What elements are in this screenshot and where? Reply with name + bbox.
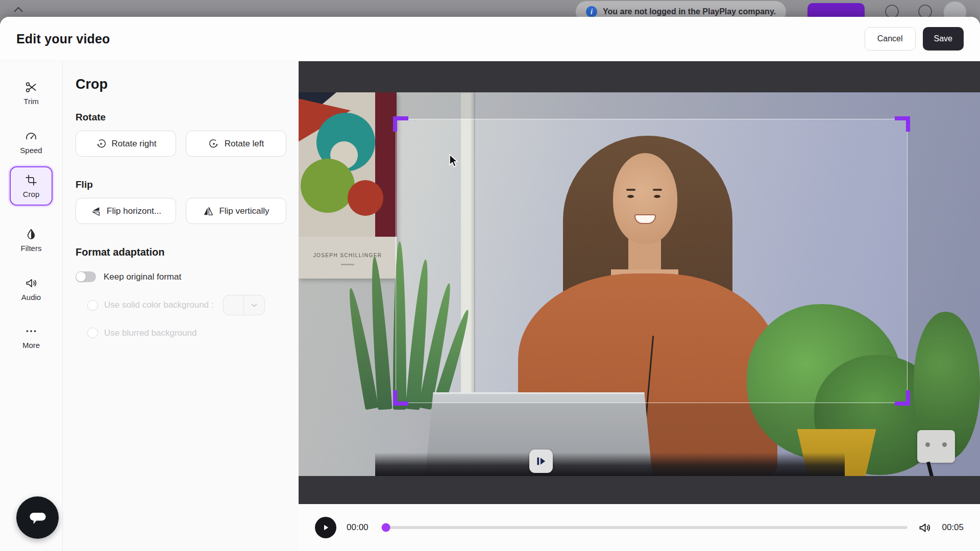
sidebar-item-label: Audio xyxy=(21,293,41,302)
poster-artwork xyxy=(299,92,397,237)
rotate-left-button[interactable]: Rotate left xyxy=(186,131,286,157)
rotate-right-button[interactable]: Rotate right xyxy=(76,131,176,157)
backdrop-caret-icon xyxy=(14,7,23,16)
keep-original-format-label: Keep original format xyxy=(104,272,181,282)
keep-original-format-toggle-row: Keep original format xyxy=(76,271,299,282)
rotate-left-icon xyxy=(208,138,219,149)
info-icon: i xyxy=(586,6,597,17)
playplay-logo-badge xyxy=(529,449,553,473)
flip-heading: Flip xyxy=(76,179,299,190)
sidebar-item-audio[interactable]: Audio xyxy=(10,272,53,306)
flip-vertical-label: Flip vertically xyxy=(219,206,269,216)
sidebar-item-label: Trim xyxy=(23,97,38,106)
flip-vertical-icon xyxy=(203,206,214,217)
wall-socket xyxy=(917,430,955,463)
player-bar: 00:00 00:05 xyxy=(299,504,980,551)
sidebar-item-filters[interactable]: Filters xyxy=(10,223,53,257)
progress-handle[interactable] xyxy=(382,523,390,532)
rotate-right-icon xyxy=(95,138,107,149)
page-title: Edit your video xyxy=(16,32,110,46)
play-icon xyxy=(321,523,330,532)
desk-shadow xyxy=(375,453,845,476)
notifications-icon xyxy=(918,5,932,18)
chat-launcher-button[interactable] xyxy=(16,496,59,539)
color-dropdown[interactable] xyxy=(223,295,265,315)
sidebar-item-crop[interactable]: Crop xyxy=(10,166,53,206)
crop-handle-top-right[interactable] xyxy=(895,116,910,132)
flip-horizontal-icon xyxy=(90,206,102,217)
filter-drop-icon xyxy=(24,228,38,241)
keep-original-format-toggle[interactable] xyxy=(76,271,96,282)
mouse-cursor xyxy=(449,154,461,168)
crop-icon xyxy=(24,173,38,187)
flip-horizontal-label: Flip horizont... xyxy=(107,206,161,216)
sidebar-item-more[interactable]: More xyxy=(10,320,53,354)
modal-body: Trim Speed xyxy=(0,61,980,551)
crop-selection[interactable] xyxy=(396,119,908,403)
edit-video-modal: Edit your video Cancel Save Trim xyxy=(0,17,980,551)
toggle-knob xyxy=(76,272,86,282)
blurred-background-label: Use blurred background xyxy=(104,328,197,338)
save-button[interactable]: Save xyxy=(923,27,964,51)
panel-heading: Crop xyxy=(76,77,299,92)
sidebar-item-label: Filters xyxy=(21,244,42,253)
modal-header: Edit your video Cancel Save xyxy=(0,17,980,61)
flip-horizontal-button[interactable]: Flip horizont... xyxy=(76,198,176,224)
flip-buttons: Flip horizont... Flip vertically xyxy=(76,198,299,224)
playplay-logo-icon xyxy=(534,455,548,468)
cancel-button[interactable]: Cancel xyxy=(865,27,916,51)
help-icon xyxy=(885,5,899,18)
sidebar-item-label: Crop xyxy=(23,190,40,198)
ellipsis-icon xyxy=(24,324,38,338)
notification-text: You are not logged in the PlayPlay compa… xyxy=(603,7,776,16)
scissors-icon xyxy=(24,81,38,94)
header-actions: Cancel Save xyxy=(865,27,964,51)
blurred-background-radio[interactable] xyxy=(87,328,98,338)
rotate-right-label: Rotate right xyxy=(112,139,157,149)
crop-handle-top-left[interactable] xyxy=(393,116,408,132)
blurred-background-option: Use blurred background xyxy=(87,328,299,338)
play-button[interactable] xyxy=(315,517,336,538)
crop-handle-bottom-right[interactable] xyxy=(895,390,910,406)
video-preview-column: JOSEPH SCHILLINGER xyxy=(299,61,980,551)
solid-color-label: Use solid color background : xyxy=(104,300,214,310)
tool-rail: Trim Speed xyxy=(0,61,63,551)
power-cable xyxy=(926,462,934,476)
duration: 00:05 xyxy=(942,522,964,533)
volume-icon[interactable] xyxy=(918,521,932,535)
seek-bar[interactable] xyxy=(383,526,908,529)
crop-panel: Crop Rotate Rotate right xyxy=(63,61,299,551)
color-swatch xyxy=(224,295,244,315)
current-time: 00:00 xyxy=(347,522,373,533)
crop-handle-bottom-left[interactable] xyxy=(393,390,408,406)
sidebar-item-label: More xyxy=(22,341,40,349)
speedometer-icon xyxy=(24,130,38,143)
rotate-left-label: Rotate left xyxy=(225,139,264,149)
format-adaptation-heading: Format adaptation xyxy=(76,246,299,258)
chat-bubble-icon xyxy=(27,507,49,529)
chevron-down-icon xyxy=(244,295,264,315)
rotate-buttons: Rotate right Rotate left xyxy=(76,131,299,157)
solid-color-background-option: Use solid color background : xyxy=(87,295,299,315)
solid-color-radio[interactable] xyxy=(87,300,98,311)
sidebar-item-label: Speed xyxy=(20,146,42,155)
flip-vertical-button[interactable]: Flip vertically xyxy=(186,198,286,224)
rotate-heading: Rotate xyxy=(76,112,299,123)
screen: i You are not logged in the PlayPlay com… xyxy=(0,0,980,551)
sidebar-item-trim[interactable]: Trim xyxy=(10,77,53,110)
speaker-icon xyxy=(24,277,38,290)
sidebar-item-speed[interactable]: Speed xyxy=(10,126,53,159)
video-stage: JOSEPH SCHILLINGER xyxy=(299,61,980,504)
